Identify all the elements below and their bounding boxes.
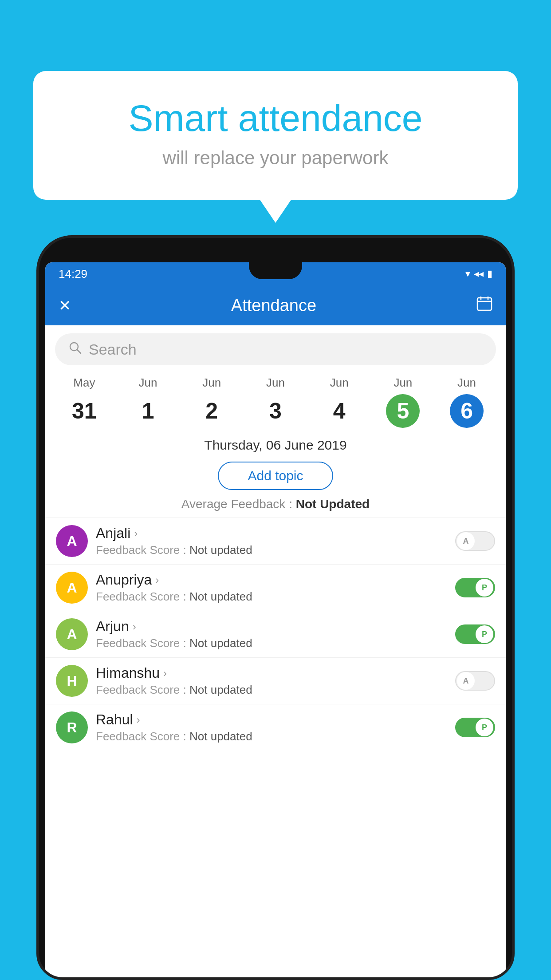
cal-month-label: Jun bbox=[394, 376, 412, 390]
calendar-day[interactable]: Jun5 bbox=[386, 373, 420, 431]
calendar-strip: May31Jun1Jun2Jun3Jun4Jun5Jun6 bbox=[45, 373, 506, 431]
feedback-score: Feedback Score : Not updated bbox=[96, 730, 447, 743]
bubble-subtitle: will replace your paperwork bbox=[60, 147, 491, 169]
calendar-day[interactable]: Jun4 bbox=[323, 373, 356, 431]
cal-date-number: 1 bbox=[131, 394, 165, 428]
selected-date: Thursday, 06 June 2019 bbox=[45, 431, 506, 457]
chevron-right-icon: › bbox=[163, 667, 167, 680]
student-name: Arjun › bbox=[96, 618, 447, 635]
avg-feedback-value: Not Updated bbox=[296, 497, 370, 511]
avg-feedback-label: Average Feedback : bbox=[181, 497, 296, 511]
student-item[interactable]: AAnupriya ›Feedback Score : Not updatedP bbox=[45, 564, 506, 611]
wifi-icon: ▾ bbox=[465, 268, 470, 280]
cal-date-number: 4 bbox=[323, 394, 356, 428]
avatar: A bbox=[56, 525, 88, 557]
calendar-day[interactable]: May31 bbox=[67, 373, 101, 431]
calendar-day[interactable]: Jun3 bbox=[259, 373, 292, 431]
student-item[interactable]: AArjun ›Feedback Score : Not updatedP bbox=[45, 611, 506, 657]
status-icons: ▾ ◂◂ ▮ bbox=[465, 268, 492, 280]
student-info: Rahul ›Feedback Score : Not updated bbox=[96, 711, 447, 743]
attendance-toggle[interactable]: A bbox=[455, 531, 495, 551]
cal-month-label: Jun bbox=[330, 376, 349, 390]
cal-month-label: Jun bbox=[202, 376, 221, 390]
svg-line-5 bbox=[77, 350, 81, 353]
svg-rect-0 bbox=[477, 298, 492, 310]
cal-month-label: Jun bbox=[139, 376, 157, 390]
attendance-toggle[interactable]: A bbox=[455, 671, 495, 691]
feedback-score: Feedback Score : Not updated bbox=[96, 683, 447, 697]
calendar-day[interactable]: Jun6 bbox=[450, 373, 484, 431]
toggle-knob: P bbox=[476, 579, 493, 597]
bubble-title: Smart attendance bbox=[60, 98, 491, 138]
status-time: 14:29 bbox=[59, 267, 87, 281]
chevron-right-icon: › bbox=[155, 574, 159, 586]
app-bar-title: Attendance bbox=[231, 296, 316, 315]
battery-icon: ▮ bbox=[487, 268, 492, 280]
phone-notch bbox=[249, 262, 302, 279]
cal-month-label: May bbox=[73, 376, 95, 390]
student-name: Rahul › bbox=[96, 711, 447, 728]
add-topic-button[interactable]: Add topic bbox=[218, 462, 333, 490]
toggle-knob: A bbox=[457, 672, 475, 690]
student-name: Himanshu › bbox=[96, 665, 447, 681]
chevron-right-icon: › bbox=[133, 620, 136, 633]
student-info: Anupriya ›Feedback Score : Not updated bbox=[96, 572, 447, 604]
avatar: R bbox=[56, 711, 88, 743]
student-item[interactable]: RRahul ›Feedback Score : Not updatedP bbox=[45, 704, 506, 751]
avatar: A bbox=[56, 572, 88, 604]
student-info: Arjun ›Feedback Score : Not updated bbox=[96, 618, 447, 650]
student-name: Anjali › bbox=[96, 525, 447, 541]
cal-date-number: 6 bbox=[450, 394, 484, 428]
search-icon bbox=[68, 341, 82, 358]
student-list: AAnjali ›Feedback Score : Not updatedAAA… bbox=[45, 518, 506, 977]
chevron-right-icon: › bbox=[137, 714, 140, 726]
attendance-toggle[interactable]: P bbox=[455, 578, 495, 597]
phone-screen: 14:29 ▾ ◂◂ ▮ ✕ Attendance bbox=[45, 262, 506, 977]
toggle-knob: P bbox=[476, 719, 493, 736]
feedback-score: Feedback Score : Not updated bbox=[96, 543, 447, 557]
phone-frame: 14:29 ▾ ◂◂ ▮ ✕ Attendance bbox=[36, 235, 515, 980]
cal-date-number: 31 bbox=[67, 394, 101, 428]
toggle-knob: A bbox=[457, 532, 475, 550]
signal-icon: ◂◂ bbox=[474, 268, 484, 280]
avg-feedback: Average Feedback : Not Updated bbox=[45, 494, 506, 518]
student-info: Himanshu ›Feedback Score : Not updated bbox=[96, 665, 447, 697]
cal-month-label: Jun bbox=[266, 376, 285, 390]
feedback-score: Feedback Score : Not updated bbox=[96, 590, 447, 604]
student-info: Anjali ›Feedback Score : Not updated bbox=[96, 525, 447, 557]
cal-date-number: 2 bbox=[195, 394, 228, 428]
student-item[interactable]: HHimanshu ›Feedback Score : Not updatedA bbox=[45, 657, 506, 704]
attendance-toggle[interactable]: P bbox=[455, 624, 495, 644]
cal-month-label: Jun bbox=[457, 376, 476, 390]
calendar-day[interactable]: Jun2 bbox=[195, 373, 228, 431]
cal-date-number: 5 bbox=[386, 394, 420, 428]
chevron-right-icon: › bbox=[134, 527, 138, 540]
calendar-day[interactable]: Jun1 bbox=[131, 373, 165, 431]
calendar-icon[interactable] bbox=[476, 296, 492, 315]
student-name: Anupriya › bbox=[96, 572, 447, 588]
search-bar[interactable]: Search bbox=[55, 333, 496, 365]
feedback-score: Feedback Score : Not updated bbox=[96, 636, 447, 650]
student-item[interactable]: AAnjali ›Feedback Score : Not updatedA bbox=[45, 518, 506, 564]
speech-bubble: Smart attendance will replace your paper… bbox=[33, 71, 518, 200]
cal-date-number: 3 bbox=[259, 394, 292, 428]
search-placeholder: Search bbox=[89, 341, 137, 358]
attendance-toggle[interactable]: P bbox=[455, 718, 495, 737]
avatar: H bbox=[56, 665, 88, 697]
app-bar: ✕ Attendance bbox=[45, 285, 506, 325]
close-icon[interactable]: ✕ bbox=[59, 296, 71, 314]
toggle-knob: P bbox=[476, 625, 493, 643]
avatar: A bbox=[56, 618, 88, 650]
